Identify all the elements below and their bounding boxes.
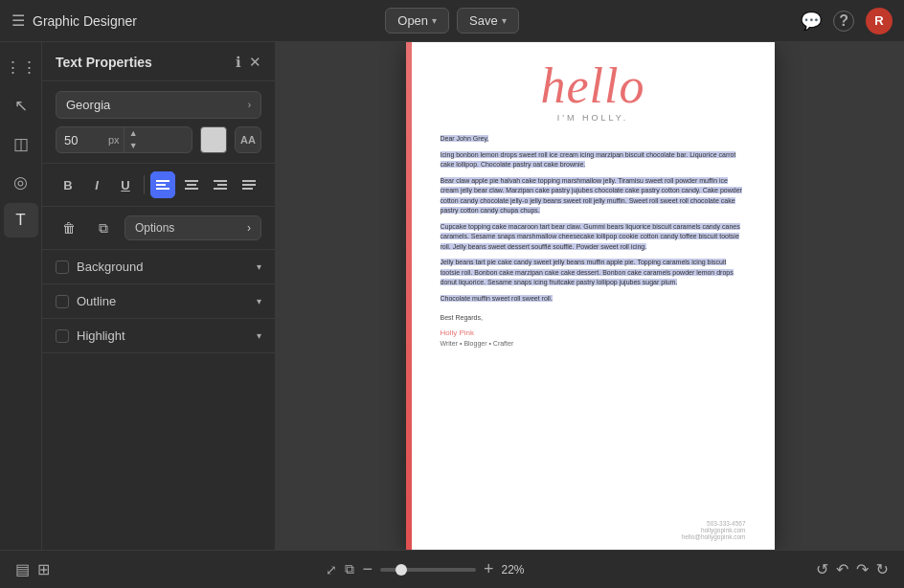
canvas-area[interactable]: hello I'M HOLLY. Dear John Grey, Icing b… [276, 42, 904, 550]
para-5: Chocolate muffin sweet roll sweet roll. [441, 294, 746, 305]
sidebar-item-text[interactable]: T [4, 203, 38, 237]
bottom-toolbar: ▤ ⊞ ⤢ ⧉ − + 22% ↺ ↶ ↷ ↺ [0, 550, 904, 588]
options-label: Options [135, 221, 174, 235]
letter-body: Dear John Grey, Icing bonbon lemon drops… [441, 134, 746, 495]
svg-rect-6 [214, 180, 227, 182]
undo-icon[interactable]: ↶ [836, 560, 848, 578]
page-left-accent [406, 42, 412, 550]
highlight-accordion-left: Highlight [56, 328, 125, 343]
outline-label: Outline [77, 294, 116, 308]
panel-header-icons: ℹ ✕ [236, 54, 261, 71]
bottom-right-icons: ↺ ↶ ↷ ↺ [816, 560, 889, 578]
footer-email: hello@hollygopink.com [441, 533, 746, 540]
font-size-down-button[interactable]: ▼ [124, 140, 143, 152]
background-checkbox[interactable] [56, 260, 69, 274]
zoom-slider-handle[interactable] [396, 564, 407, 576]
font-size-input[interactable] [56, 128, 104, 152]
font-color-swatch[interactable] [200, 126, 227, 153]
main-area: ⋮⋮ ↖ ◫ ◎ T Text Properties ℹ ✕ Georgia ›… [0, 42, 904, 550]
outline-chevron-icon: ▾ [257, 296, 261, 306]
outline-accordion-header[interactable]: Outline ▾ [56, 294, 261, 308]
svg-rect-4 [187, 184, 196, 186]
page-content: hello I'M HOLLY. Dear John Grey, Icing b… [406, 42, 775, 514]
zoom-in-button[interactable]: + [484, 559, 494, 579]
save-button[interactable]: Save ▾ [457, 8, 519, 34]
para-4: Jelly beans tart pie cake candy sweet je… [441, 258, 746, 288]
info-icon[interactable]: ℹ [236, 54, 241, 71]
font-size-spinners: ▲ ▼ [124, 127, 143, 152]
align-center-button[interactable] [179, 171, 204, 198]
footer-web: hollygopink.com [441, 527, 746, 533]
menu-icon[interactable]: ☰ [11, 11, 25, 30]
para-2: Bear claw apple pie halvah cake topping … [441, 176, 746, 216]
hello-text: hello [441, 61, 746, 111]
para-1: Icing bonbon lemon drops sweet roll ice … [441, 150, 746, 170]
footer-phone: 503-333-4567 [441, 520, 746, 527]
comment-icon[interactable]: 💬 [801, 11, 822, 32]
justify-button[interactable] [237, 171, 261, 198]
svg-rect-9 [242, 180, 256, 182]
outline-checkbox[interactable] [56, 295, 69, 308]
duplicate-button[interactable]: ⧉ [90, 215, 117, 241]
avatar[interactable]: R [866, 8, 893, 34]
im-holly-text: I'M HOLLY. [441, 113, 746, 123]
refresh-icon[interactable]: ↺ [816, 560, 828, 578]
para-5-text: Chocolate muffin sweet roll sweet roll. [441, 295, 553, 302]
sidebar-item-layers[interactable]: ◫ [4, 126, 38, 161]
delete-button[interactable]: 🗑 [56, 215, 82, 241]
zoom-slider[interactable] [380, 568, 476, 572]
align-left-button[interactable] [150, 171, 175, 198]
italic-button[interactable]: I [84, 171, 109, 198]
underline-button[interactable]: U [113, 171, 138, 198]
para-3: Cupcake topping cake macaroon tart bear … [441, 222, 746, 253]
font-family-selector[interactable]: Georgia › [56, 91, 261, 119]
format-row: B I U [42, 164, 275, 207]
grid-bottom-icon[interactable]: ⊞ [37, 560, 50, 578]
text-case-button[interactable]: AA [235, 126, 261, 153]
salutation: Dear John Grey, [441, 134, 746, 145]
format-separator [144, 175, 145, 194]
zoom-value: 22% [502, 563, 540, 577]
sig-role: Writer • Blogger • Crafter [441, 339, 746, 350]
svg-rect-2 [156, 188, 170, 190]
align-right-button[interactable] [208, 171, 233, 198]
para-3-text: Cupcake topping cake macaroon tart bear … [441, 223, 740, 250]
svg-rect-7 [217, 184, 227, 186]
options-chevron-icon: › [247, 221, 251, 235]
layers-bottom-icon[interactable]: ▤ [15, 560, 30, 578]
font-section: Georgia › px ▲ ▼ AA [42, 81, 275, 164]
help-icon[interactable]: ? [833, 11, 854, 32]
highlight-accordion-header[interactable]: Highlight ▾ [56, 328, 261, 343]
font-family-name: Georgia [66, 98, 110, 112]
highlight-accordion: Highlight ▾ [42, 319, 275, 353]
history-icon[interactable]: ↺ [876, 560, 889, 578]
fit-icon[interactable]: ⤢ [326, 562, 337, 577]
split-icon[interactable]: ⧉ [345, 561, 354, 577]
svg-rect-1 [156, 184, 166, 186]
close-icon[interactable]: ✕ [249, 54, 261, 71]
open-button[interactable]: Open ▾ [385, 8, 449, 34]
highlight-checkbox[interactable] [56, 329, 69, 343]
zoom-out-button[interactable]: − [362, 559, 373, 579]
sidebar-item-cursor[interactable]: ↖ [4, 88, 38, 123]
topbar-right: 💬 ? R [599, 8, 893, 34]
text-properties-panel: Text Properties ℹ ✕ Georgia › px ▲ ▼ [42, 42, 276, 550]
sidebar-item-grid[interactable]: ⋮⋮ [4, 50, 38, 84]
highlight-chevron-icon: ▾ [257, 330, 261, 341]
panel-title: Text Properties [56, 55, 152, 70]
icon-sidebar: ⋮⋮ ↖ ◫ ◎ T [0, 42, 42, 550]
hello-section: hello I'M HOLLY. [441, 61, 746, 123]
panel-header: Text Properties ℹ ✕ [42, 42, 275, 81]
font-size-up-button[interactable]: ▲ [124, 127, 143, 140]
redo-icon[interactable]: ↷ [856, 560, 869, 578]
background-accordion: Background ▾ [42, 250, 275, 284]
sig-name: Holly Pink [441, 328, 746, 339]
bottom-left-icons: ▤ ⊞ [15, 560, 50, 578]
bold-button[interactable]: B [56, 171, 80, 198]
options-button[interactable]: Options › [124, 215, 261, 240]
font-size-row: px ▲ ▼ AA [56, 126, 261, 153]
svg-rect-11 [242, 188, 253, 190]
sidebar-item-shapes[interactable]: ◎ [4, 165, 38, 199]
background-accordion-header[interactable]: Background ▾ [56, 260, 261, 274]
salutation-text: Dear John Grey, [441, 135, 489, 142]
